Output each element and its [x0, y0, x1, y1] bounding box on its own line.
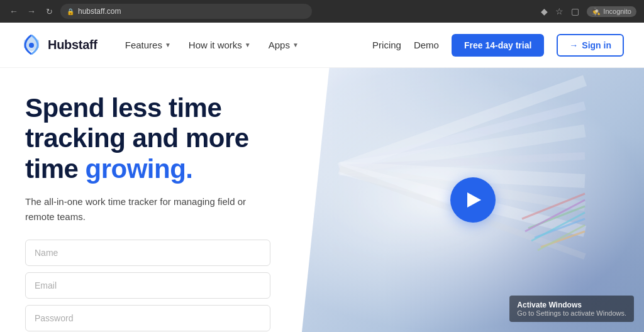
logo-icon — [20, 34, 43, 57]
email-input[interactable] — [25, 272, 270, 299]
watermark-title: Activate Windows — [517, 301, 626, 309]
pricing-link[interactable]: Pricing — [372, 40, 401, 50]
play-button[interactable] — [450, 177, 496, 223]
heading-line1: Spend less time — [25, 93, 221, 123]
signup-form — [25, 240, 270, 331]
signin-label: Sign in — [582, 40, 611, 50]
nav-links: Features ▼ How it works ▼ Apps ▼ — [118, 35, 306, 55]
tab-icon[interactable]: ▢ — [571, 6, 579, 16]
browser-actions: ◆ ☆ ▢ 🕵 Incognito — [541, 6, 636, 17]
navbar: Hubstaff Features ▼ How it works ▼ Apps … — [0, 23, 644, 68]
forward-button[interactable]: → — [25, 6, 38, 16]
features-label: Features — [125, 40, 162, 50]
hero-visual: Activate Windows Go to Settings to activ… — [302, 68, 644, 332]
logo[interactable]: Hubstaff — [20, 34, 97, 57]
hero-content: Spend less time tracking and more time g… — [0, 68, 302, 332]
apps-label: Apps — [269, 40, 290, 50]
heading-line2: tracking and more — [25, 123, 249, 153]
reload-button[interactable]: ↻ — [43, 7, 55, 16]
how-it-works-chevron: ▼ — [245, 42, 251, 48]
browser-chrome: ← → ↻ 🔒 hubstaff.com ◆ ☆ ▢ 🕵 Incognito — [0, 0, 644, 23]
svg-point-0 — [29, 43, 34, 48]
nav-apps[interactable]: Apps ▼ — [261, 35, 306, 55]
play-icon — [467, 192, 481, 208]
features-chevron: ▼ — [165, 42, 171, 48]
trial-button[interactable]: Free 14-day trial — [452, 34, 544, 57]
bookmark-icon[interactable]: ☆ — [555, 6, 564, 16]
hero-section: Spend less time tracking and more time g… — [0, 68, 644, 332]
how-it-works-label: How it works — [189, 40, 242, 50]
incognito-icon: 🕵 — [592, 8, 601, 16]
incognito-label: Incognito — [603, 8, 631, 15]
nav-features[interactable]: Features ▼ — [118, 35, 179, 55]
url-text: hubstaff.com — [78, 7, 121, 16]
apps-chevron: ▼ — [292, 42, 299, 48]
extensions-icon[interactable]: ◆ — [541, 6, 548, 16]
logo-text: Hubstaff — [48, 38, 97, 52]
signin-button[interactable]: → Sign in — [557, 34, 624, 57]
address-bar[interactable]: 🔒 hubstaff.com — [60, 4, 312, 19]
incognito-badge: 🕵 Incognito — [587, 6, 636, 17]
name-input[interactable] — [25, 240, 270, 266]
nav-right: Pricing Demo Free 14-day trial → Sign in — [372, 34, 624, 57]
heading-line3-normal: time — [25, 154, 86, 184]
demo-link[interactable]: Demo — [414, 40, 439, 50]
heading-highlight: growing. — [86, 154, 193, 184]
nav-how-it-works[interactable]: How it works ▼ — [181, 35, 258, 55]
password-input[interactable] — [25, 305, 270, 331]
hero-heading: Spend less time tracking and more time g… — [25, 93, 277, 184]
lock-icon: 🔒 — [67, 8, 74, 15]
signin-icon: → — [569, 40, 578, 50]
hero-subtext: The all-in-one work time tracker for man… — [25, 194, 264, 224]
activation-watermark: Activate Windows Go to Settings to activ… — [509, 296, 634, 322]
watermark-subtitle: Go to Settings to activate Windows. — [517, 309, 626, 317]
back-button[interactable]: ← — [8, 6, 20, 16]
